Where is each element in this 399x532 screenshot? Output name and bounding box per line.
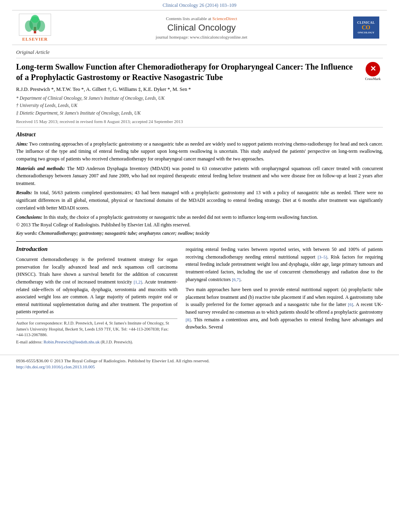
sciencedirect-link[interactable]: ScienceDirect (212, 16, 237, 21)
intro-paragraph-3: Two main approaches have been used to pr… (185, 286, 383, 331)
affiliation-1: * Department of Clinical Oncology, St Ja… (16, 95, 383, 102)
clinical-logo-right: CLINICAL CO ONCOLOGY (350, 16, 382, 39)
svg-point-2 (25, 21, 33, 32)
abstract-materials: Materials and methods: The MD Anderson D… (16, 165, 383, 187)
article-type-label: Original Article (16, 49, 383, 58)
abstract-section: Abstract Aims: Two contrasting approache… (16, 131, 383, 236)
journal-header-top: Clinical Oncology 26 (2014) 103–109 (0, 0, 399, 10)
svg-point-3 (37, 21, 45, 32)
footnote-area: Author for correspondence: R.J.D. Prestw… (16, 318, 177, 345)
journal-title-banner: Clinical Oncology (53, 23, 350, 33)
footnote-email-address[interactable]: Robin.Prestwich@leedsth.nhs.uk (43, 340, 99, 344)
keywords-line: Key words: Chemoradiotherapy; gastrostom… (16, 231, 383, 236)
clinical-logo-box: CLINICAL CO ONCOLOGY (353, 16, 379, 39)
affiliations: * Department of Clinical Oncology, St Ja… (16, 95, 383, 117)
footer-copyright: 0936-6555/$36.00 © 2013 The Royal Colleg… (16, 358, 383, 363)
received-dates: Received 15 May 2013; received in revise… (16, 119, 383, 127)
footer-doi[interactable]: http://dx.doi.org/10.1016/j.clon.2013.10… (16, 364, 383, 369)
elsevier-logo: ELSEVIER (17, 14, 53, 41)
svg-point-4 (31, 15, 39, 23)
abstract-heading: Abstract (16, 131, 383, 138)
journal-homepage: journal homepage: www.clinicaloncologyon… (53, 35, 350, 39)
elsevier-logo-image (19, 14, 51, 36)
footnote-email: E-mail address: Robin.Prestwich@leedsth.… (16, 339, 177, 345)
journal-banner: ELSEVIER Contents lists available at Sci… (12, 10, 387, 45)
two-column-body: Introduction Concurrent chemoradiotherap… (16, 246, 383, 347)
crossmark-badge: ✕ CrossMark (363, 62, 383, 82)
journal-center: Contents lists available at ScienceDirec… (53, 16, 350, 39)
main-divider (16, 241, 383, 242)
abstract-results: Results: In total, 56/63 patients comple… (16, 189, 383, 212)
ref-6: [6] (348, 302, 353, 307)
elsevier-text: ELSEVIER (22, 37, 48, 41)
introduction-heading: Introduction (16, 246, 177, 253)
footer-bar: 0936-6555/$36.00 © 2013 The Royal Colleg… (0, 355, 399, 372)
body-left-column: Introduction Concurrent chemoradiotherap… (16, 246, 177, 347)
crossmark-icon: ✕ (366, 62, 380, 76)
body-right-column: requiring enteral feeding varies between… (185, 246, 383, 347)
affiliation-2: † University of Leeds, Leeds, UK (16, 102, 383, 109)
intro-paragraph-2: requiring enteral feeding varies between… (185, 246, 383, 283)
crossmark-label: CrossMark (365, 77, 381, 81)
footnote-author: Author for correspondence: R.J.D. Prestw… (16, 320, 177, 338)
ref-3-5: [3–5] (318, 255, 327, 259)
affiliation-3: ‡ Dietetic Department, St James's Instit… (16, 110, 383, 117)
ref-8: [8] (185, 317, 191, 322)
sciencedirect-line: Contents lists available at ScienceDirec… (53, 16, 350, 21)
authors-line: R.J.D. Prestwich *, M.T.W. Teo *, A. Gil… (16, 86, 383, 92)
ref-1-2: [1,2] (134, 279, 142, 284)
abstract-conclusions: Conclusions: In this study, the choice o… (16, 214, 383, 228)
ref-6-7: [6,7] (232, 277, 241, 282)
content-area: Original Article Long-term Swallow Funct… (0, 45, 399, 351)
article-title: Long-term Swallow Function after Chemora… (16, 62, 383, 82)
abstract-aims: Aims: Two contrasting approaches of a pr… (16, 140, 383, 163)
intro-paragraph-1: Concurrent chemoradiotherapy is the pref… (16, 256, 177, 316)
